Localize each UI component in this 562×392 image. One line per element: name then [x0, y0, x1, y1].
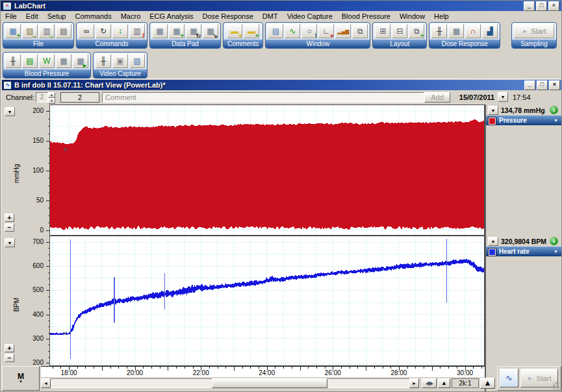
- vc-image-button[interactable]: ▨: [129, 54, 145, 68]
- doc-minimize-button[interactable]: _: [524, 80, 535, 90]
- doc-close-button[interactable]: ×: [549, 80, 560, 90]
- heartrate-info-icon[interactable]: i: [550, 237, 558, 245]
- dose-settings-button[interactable]: ╫: [431, 24, 447, 38]
- chart-mode-button[interactable]: ∿: [500, 369, 518, 387]
- dose-table-button[interactable]: ▦: [448, 24, 464, 38]
- vc-settings-button[interactable]: ╫: [96, 54, 111, 68]
- scrollbar-thumb[interactable]: [212, 378, 327, 388]
- scope-view-button[interactable]: ∿: [285, 24, 300, 38]
- tile-windows-button[interactable]: ⊞: [375, 24, 390, 38]
- zoom-out-axis-button[interactable]: −: [5, 223, 14, 232]
- menu-item-window[interactable]: Window: [395, 12, 429, 20]
- scale-dropdown-button[interactable]: ▼: [5, 238, 15, 247]
- import-file-button[interactable]: ▥→: [39, 24, 55, 38]
- doc-maximize-button[interactable]: □: [537, 80, 548, 90]
- datapad-view-button[interactable]: ▦: [152, 24, 168, 38]
- heartrate-value: 320,9804 BPM: [501, 238, 546, 245]
- resize-grip-icon[interactable]: [553, 382, 560, 389]
- comment-add-button[interactable]: ▬+: [244, 24, 259, 38]
- menu-item-file[interactable]: File: [1, 12, 21, 20]
- vc-camera-button[interactable]: ▣: [112, 54, 128, 68]
- zoom-window-button[interactable]: ○\: [301, 24, 317, 38]
- toolbar-group-label: Data Pad: [150, 40, 220, 48]
- exclude-data-button[interactable]: ▥/: [129, 24, 145, 38]
- time-tick: [259, 367, 259, 369]
- bp-chart-button[interactable]: ▤: [22, 54, 38, 68]
- xy-view-button[interactable]: ∟●: [318, 24, 334, 38]
- pressure-chart[interactable]: ×: [49, 104, 485, 236]
- menu-item-commands[interactable]: Commands: [70, 12, 116, 20]
- menu-item-dmt[interactable]: DMT: [258, 12, 283, 20]
- menu-item-blood-pressure[interactable]: Blood Pressure: [337, 12, 395, 20]
- open-file-button[interactable]: ▨→: [22, 24, 38, 38]
- date-dropdown-button[interactable]: ▼: [498, 92, 508, 102]
- comment-input[interactable]: Comment: [102, 92, 424, 103]
- dose-curve-button[interactable]: ∩: [465, 24, 481, 38]
- menu-item-setup[interactable]: Setup: [43, 12, 71, 20]
- comment-list-button[interactable]: ▬▾: [227, 24, 242, 38]
- find-button[interactable]: ∞: [79, 24, 94, 38]
- cascade-windows-button[interactable]: ⧉+: [409, 24, 424, 38]
- heartrate-value-dropdown-button[interactable]: ▼: [488, 237, 498, 246]
- print-button[interactable]: ▤: [56, 24, 71, 38]
- bp-calculate-button[interactable]: ▦►: [73, 54, 88, 68]
- time-tick: [193, 367, 194, 369]
- pressure-channel-bar[interactable]: Pressure ▼: [486, 116, 561, 125]
- spin-down-icon[interactable]: ▼: [48, 98, 55, 104]
- spin-up-icon[interactable]: ▲: [48, 92, 55, 98]
- time-tick: [316, 367, 317, 369]
- menu-item-macro[interactable]: Macro: [116, 12, 146, 20]
- marker-scroll-button[interactable]: ↕: [112, 24, 128, 38]
- bp-settings-button[interactable]: ╫: [5, 54, 21, 68]
- duplicate-view-button[interactable]: ⧉: [352, 24, 368, 38]
- dose-analysis-button[interactable]: ▟: [482, 24, 498, 38]
- time-tick: [143, 367, 144, 369]
- heartrate-channel-bar[interactable]: Heart rate ▼: [486, 247, 561, 256]
- pressure-value-dropdown-button[interactable]: ▼: [488, 106, 498, 115]
- heart-rate-chart[interactable]: ×: [49, 236, 485, 366]
- zoom-ratio-down-button[interactable]: ▲: [438, 378, 450, 388]
- toolbar-start-button[interactable]: ►Start: [514, 24, 554, 38]
- zoom-in-axis-button[interactable]: +: [5, 214, 14, 222]
- menu-item-ecg-analysis[interactable]: ECG Analysis: [145, 12, 198, 20]
- menu-item-help[interactable]: Help: [429, 12, 453, 20]
- chart-view-button[interactable]: ▤: [268, 24, 283, 38]
- toolbar-group-video-capture: ╫▣▨Video Capture: [93, 52, 147, 79]
- toolbar-group-data-pad: ▦▦+▦↻▦↘Data Pad: [149, 22, 221, 49]
- stack-windows-button[interactable]: ⊟: [392, 24, 407, 38]
- new-chart-button[interactable]: ▦+: [5, 24, 21, 38]
- marker-box[interactable]: M ▼: [2, 366, 40, 391]
- select-icon: ↻: [100, 27, 107, 36]
- bp-table-icon: ▦: [60, 56, 67, 66]
- dose-table-icon: ▦: [453, 27, 460, 36]
- bp-waveform-button[interactable]: W: [39, 54, 55, 68]
- menu-item-video-capture[interactable]: Video Capture: [283, 12, 337, 20]
- zoom-in-axis-button[interactable]: +: [5, 344, 14, 352]
- scale-dropdown-button[interactable]: ▼: [5, 107, 15, 116]
- zoom-out-axis-button[interactable]: −: [5, 354, 14, 362]
- bp-table-button[interactable]: ▦: [56, 54, 71, 68]
- datapad-add-button[interactable]: ▦+: [169, 24, 185, 38]
- close-button[interactable]: ×: [548, 1, 559, 11]
- zoom-ratio-up-button[interactable]: ▲: [480, 378, 495, 389]
- find-icon: ∞: [84, 27, 90, 36]
- scroll-right-button[interactable]: ►: [409, 378, 419, 388]
- add-comment-button[interactable]: Add: [424, 92, 450, 103]
- maximize-button[interactable]: □: [536, 1, 547, 11]
- minimize-button[interactable]: _: [524, 1, 535, 11]
- menu-item-dose-response[interactable]: Dose Response: [198, 12, 258, 20]
- exclude-data-icon-badge: /: [142, 32, 144, 39]
- datapad-export-button[interactable]: ▦↘: [203, 24, 218, 38]
- channel-spinner[interactable]: ▲ ▼: [48, 92, 55, 103]
- datapad-add-icon: ▦: [173, 27, 180, 36]
- toolbar-group-file: ▦+▨→▥→▤File: [3, 22, 74, 49]
- time-tick-label: 20:00: [121, 369, 149, 376]
- menu-item-edit[interactable]: Edit: [21, 12, 43, 20]
- select-button[interactable]: ↻: [96, 24, 111, 38]
- open-file-icon: ▨: [26, 27, 33, 36]
- scroll-left-button[interactable]: ◄: [41, 378, 51, 388]
- spectrum-view-button[interactable]: ▂▄▆: [335, 24, 351, 38]
- datapad-options-button[interactable]: ▦↻: [186, 24, 201, 38]
- pressure-info-icon[interactable]: i: [550, 106, 558, 114]
- compress-view-button[interactable]: ◂▦▸: [422, 378, 437, 388]
